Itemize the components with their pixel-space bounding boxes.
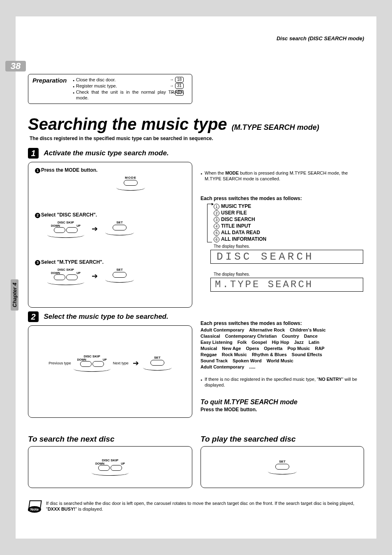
display-flash-label: The display flashes. (214, 244, 250, 249)
quit-heading: To quit M.TYPE SEARCH mode (201, 398, 297, 406)
prep-item: Register music type.31 (73, 83, 184, 89)
mode-item: 3DISC SEARCH (214, 216, 266, 223)
prev-type-label: Previous type (48, 361, 71, 365)
set-button-icon: SET (143, 356, 172, 371)
modes-switch-title: Each press switches the modes as follows… (201, 196, 302, 201)
next-type-label: Next type (113, 361, 129, 365)
footer-note: If disc is searched while the disc door … (46, 500, 367, 512)
chapter-tab: Chapter 4 (11, 279, 18, 311)
mode-cancel-note: When the MODE button is pressed during M… (201, 170, 365, 182)
disc-skip-icon: DISC SKIP DOWNUP (92, 458, 129, 476)
mode-button-icon: MODE (76, 176, 185, 191)
step-number-badge: 2 (28, 311, 39, 322)
play-searched-panel: SET (201, 446, 364, 488)
modes-list: 1MUSIC TYPE 2USER FILE 3DISC SEARCH 4TIT… (214, 203, 266, 242)
disc-skip-icon: DISC SKIP DOWNUP (47, 268, 84, 285)
substep-1: 1Press the MODE button. MODE (35, 167, 185, 191)
prep-item: Check that the unit is in the normal pla… (73, 89, 184, 101)
set-button-icon: SET (105, 268, 134, 283)
step-number-badge: 1 (28, 148, 39, 159)
disc-skip-icon: DISC SKIP DOWNUP (47, 221, 84, 238)
substep-2: 2Select "DISC SEARCH". DISC SKIP DOWNUP … (35, 212, 185, 238)
genres-switch-title: Each press switches the modes as follows… (201, 320, 302, 326)
note-badge-icon: Note (28, 500, 43, 514)
main-subtitle: (M.TYPE SEARCH mode) (232, 123, 319, 131)
substep-3: 3Select "M.TYPE SEARCH". DISC SKIP DOWNU… (35, 259, 185, 285)
arrow-right-icon: ➔ (92, 268, 98, 284)
page-number: 38 (5, 61, 26, 71)
page-ref: 20 (175, 90, 184, 96)
mode-item: 2USER FILE (214, 210, 266, 216)
set-button-icon: SET (268, 460, 297, 474)
preparation-title: Preparation (32, 77, 71, 84)
step2-heading: 2 Select the music type to be searched. (28, 311, 168, 322)
page-ref: 18 (175, 77, 184, 83)
substep-badge: 2 (35, 213, 40, 218)
manual-page: Disc search (DISC SEARCH mode) 38 Prepar… (16, 16, 376, 539)
display-flash-label: The display flashes. (214, 272, 250, 276)
substep-badge: 1 (35, 168, 40, 173)
disc-skip-icon: DISC SKIP DOWNUP (74, 355, 111, 372)
set-button-icon: SET (105, 221, 134, 235)
step1-heading: 1 Activate the music type search mode. (28, 148, 169, 159)
lcd-display: DISC SEARCH (210, 250, 363, 264)
prep-item: Close the disc door.18 (73, 77, 184, 83)
play-searched-heading: To play the searched disc (201, 435, 296, 444)
mode-item: 6ALL INFORMATION (214, 236, 266, 242)
arrow-right-icon: ➔ (92, 221, 98, 237)
preparation-box: Preparation Close the disc door.18 Regis… (28, 74, 192, 104)
lcd-display: M.TYPE SEARCH (210, 278, 363, 292)
step1-panel: 1Press the MODE button. MODE 2Select "DI… (28, 162, 192, 308)
preparation-list: Close the disc door.18 Register music ty… (73, 77, 184, 101)
mode-item: 4TITLE INPUT (214, 223, 266, 229)
no-entry-note: If there is no disc registered in the sp… (201, 376, 365, 388)
main-heading: Searching the music type (M.TYPE SEARCH … (28, 115, 319, 134)
intro-text: The discs registered in the specified mu… (30, 136, 213, 141)
cycle-bracket-icon (207, 204, 212, 242)
arrow-right-icon: ➔ (133, 355, 139, 371)
genre-cycle: Adult ContemporaryAlternative RockChildr… (201, 327, 369, 370)
page-ref: 31 (175, 83, 184, 89)
mode-item: 5ALL DATA READ (214, 229, 266, 236)
mode-item: 1MUSIC TYPE (214, 203, 266, 210)
header-breadcrumb: Disc search (DISC SEARCH mode) (277, 35, 364, 41)
substep-badge: 3 (35, 260, 40, 265)
search-next-panel: DISC SKIP DOWNUP (28, 446, 192, 488)
quit-instruction: Press the MODE button. (201, 407, 257, 412)
step2-panel: Previous type DISC SKIP DOWNUP Next type… (28, 325, 192, 418)
search-next-heading: To search the next disc (28, 435, 114, 444)
